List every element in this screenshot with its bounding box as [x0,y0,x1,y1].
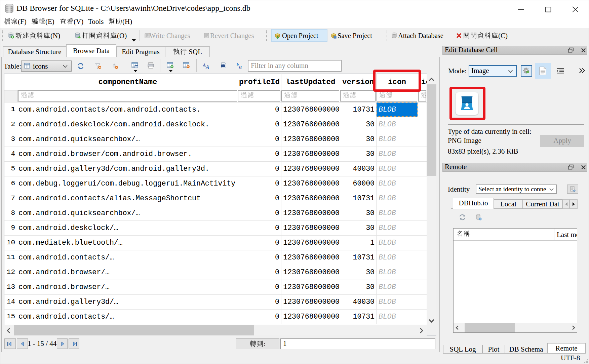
svg-text:b: b [237,63,239,67]
svg-text:A: A [203,63,206,68]
svg-text:a: a [239,64,242,69]
svg-text:A: A [205,64,209,69]
